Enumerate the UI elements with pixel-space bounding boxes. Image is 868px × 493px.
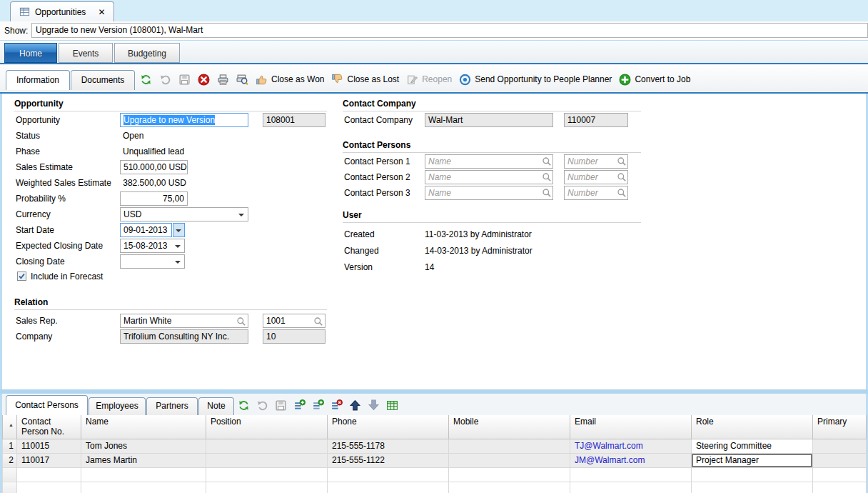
currency-dropdown[interactable]: USD bbox=[120, 207, 248, 221]
contact-person-2-label: Contact Person 2 bbox=[344, 172, 410, 182]
col-contact-person-no[interactable]: Contact Person No. bbox=[17, 415, 81, 439]
section-opportunity: Opportunity bbox=[14, 99, 327, 111]
search-icon[interactable] bbox=[542, 172, 552, 184]
cell-email-link[interactable]: TJ@Walmart.com bbox=[570, 439, 692, 453]
col-email[interactable]: Email bbox=[570, 415, 692, 439]
close-as-lost-button[interactable]: Close as Lost bbox=[331, 74, 399, 86]
sort-indicator[interactable]: ▲ bbox=[3, 415, 17, 439]
cell-role-selected[interactable]: Project Manager bbox=[692, 453, 813, 467]
thumbs-down-icon bbox=[331, 74, 343, 86]
ribbon-tab-home[interactable]: Home bbox=[4, 43, 57, 63]
col-primary[interactable]: Primary bbox=[813, 415, 867, 439]
cell-mobile[interactable] bbox=[449, 453, 570, 467]
changed-label: Changed bbox=[344, 246, 379, 256]
start-date-dropdown-button[interactable] bbox=[173, 223, 185, 237]
cell-name[interactable]: James Martin bbox=[81, 453, 206, 467]
show-selector[interactable]: Upgrade to new Version (108001), Wal-Mar… bbox=[31, 23, 868, 38]
probability-field[interactable]: 75,00 bbox=[120, 191, 188, 206]
tab-title: Opportunities bbox=[35, 7, 86, 17]
cell-mobile[interactable] bbox=[449, 439, 570, 453]
undo-button[interactable] bbox=[159, 74, 171, 86]
thumbs-up-icon bbox=[256, 74, 268, 86]
chevron-down-icon bbox=[176, 229, 181, 232]
tab-documents[interactable]: Documents bbox=[71, 70, 135, 90]
save-button[interactable] bbox=[275, 399, 287, 412]
cell-name[interactable]: Tom Jones bbox=[81, 439, 206, 453]
col-role[interactable]: Role bbox=[692, 415, 813, 439]
search-icon[interactable] bbox=[313, 317, 323, 328]
application-window: Opportunities ✕ Show: Upgrade to new Ver… bbox=[0, 0, 868, 493]
panel-tab-note[interactable]: Note bbox=[198, 397, 234, 415]
move-up-button[interactable] bbox=[349, 399, 361, 412]
delete-button[interactable] bbox=[198, 74, 210, 86]
empty-row bbox=[3, 467, 867, 482]
search-icon[interactable] bbox=[236, 317, 246, 328]
document-tab-bar: Opportunities ✕ bbox=[0, 0, 868, 22]
tab-opportunities[interactable]: Opportunities ✕ bbox=[10, 1, 114, 21]
ribbon-tab-events[interactable]: Events bbox=[59, 43, 113, 63]
refresh-button[interactable] bbox=[140, 74, 152, 86]
col-position[interactable]: Position bbox=[206, 415, 328, 439]
contact-person-3-name bbox=[425, 186, 553, 200]
send-to-people-planner-button[interactable]: Send Opportunity to People Planner bbox=[459, 74, 612, 86]
move-down-button[interactable] bbox=[368, 399, 380, 412]
sales-rep-number-field[interactable]: 1001 bbox=[263, 314, 326, 328]
col-phone[interactable]: Phone bbox=[328, 415, 449, 439]
expected-closing-date-field[interactable]: 15-08-2013 bbox=[120, 239, 185, 253]
contact-person-1-name-input[interactable] bbox=[425, 154, 553, 169]
plus-circle-icon bbox=[619, 74, 631, 86]
save-button[interactable] bbox=[178, 74, 191, 86]
delete-row-button[interactable] bbox=[330, 399, 343, 412]
panel-tab-employees[interactable]: Employees bbox=[89, 397, 146, 415]
cell-primary[interactable] bbox=[813, 453, 867, 467]
col-name[interactable]: Name bbox=[81, 415, 206, 439]
cell-phone[interactable]: 215-555-1122 bbox=[328, 453, 449, 467]
grid-view-button[interactable] bbox=[386, 399, 398, 412]
include-in-forecast-checkbox[interactable] bbox=[17, 272, 26, 281]
refresh-button[interactable] bbox=[238, 399, 250, 412]
panel-toolbar bbox=[238, 397, 398, 413]
close-as-won-button[interactable]: Close as Won bbox=[256, 74, 324, 86]
expected-closing-date-label: Expected Closing Date bbox=[16, 241, 103, 251]
panel-tab-partners[interactable]: Partners bbox=[146, 397, 198, 415]
insert-row-button[interactable] bbox=[312, 399, 324, 412]
contact-person-1-number bbox=[564, 154, 628, 169]
cell-role[interactable]: Steering Committee bbox=[692, 439, 813, 453]
closing-date-field[interactable] bbox=[120, 254, 185, 269]
convert-to-job-button[interactable]: Convert to Job bbox=[619, 74, 690, 86]
cell-position[interactable] bbox=[206, 439, 328, 453]
opportunity-name-field[interactable]: Upgrade to new Version bbox=[120, 113, 248, 127]
contact-person-2-name-input[interactable] bbox=[425, 170, 553, 184]
print-preview-button[interactable] bbox=[236, 74, 248, 86]
cell-email-link[interactable]: JM@Walmart.com bbox=[570, 453, 692, 467]
search-icon[interactable] bbox=[617, 156, 627, 169]
sales-rep-name-field[interactable]: Martin White bbox=[120, 314, 248, 328]
cell-position[interactable] bbox=[206, 453, 328, 467]
search-icon[interactable] bbox=[617, 172, 627, 184]
col-mobile[interactable]: Mobile bbox=[449, 415, 570, 439]
close-tab-icon[interactable]: ✕ bbox=[98, 7, 105, 17]
cell-primary[interactable] bbox=[813, 439, 867, 453]
contact-person-3-name-input[interactable] bbox=[425, 186, 553, 200]
version-value: 14 bbox=[425, 262, 434, 272]
ribbon-tab-budgeting[interactable]: Budgeting bbox=[114, 43, 180, 63]
cell-phone[interactable]: 215-555-1178 bbox=[328, 439, 449, 453]
undo-button[interactable] bbox=[256, 399, 268, 412]
panel-tab-contact-persons[interactable]: Contact Persons bbox=[6, 395, 88, 415]
print-button[interactable] bbox=[217, 74, 229, 86]
search-icon[interactable] bbox=[542, 188, 552, 200]
changed-value: 14-03-2013 by Administrator bbox=[425, 246, 533, 256]
contact-person-3-label: Contact Person 3 bbox=[344, 188, 410, 198]
cell-contact-person-no[interactable]: 110015 bbox=[17, 439, 81, 453]
add-row-button[interactable] bbox=[293, 399, 306, 412]
search-icon[interactable] bbox=[617, 188, 627, 200]
row-number[interactable]: 1 bbox=[3, 439, 17, 453]
section-contact-persons: Contact Persons bbox=[343, 140, 641, 153]
sales-estimate-field[interactable]: 510.000,00 USD bbox=[120, 160, 188, 174]
search-icon[interactable] bbox=[542, 156, 552, 169]
tab-information[interactable]: Information bbox=[6, 70, 70, 90]
start-date-field[interactable]: 09-01-2013 bbox=[120, 223, 172, 237]
row-number[interactable]: 2 bbox=[3, 453, 17, 467]
cell-contact-person-no[interactable]: 110017 bbox=[17, 453, 81, 467]
opportunity-label: Opportunity bbox=[16, 115, 60, 125]
